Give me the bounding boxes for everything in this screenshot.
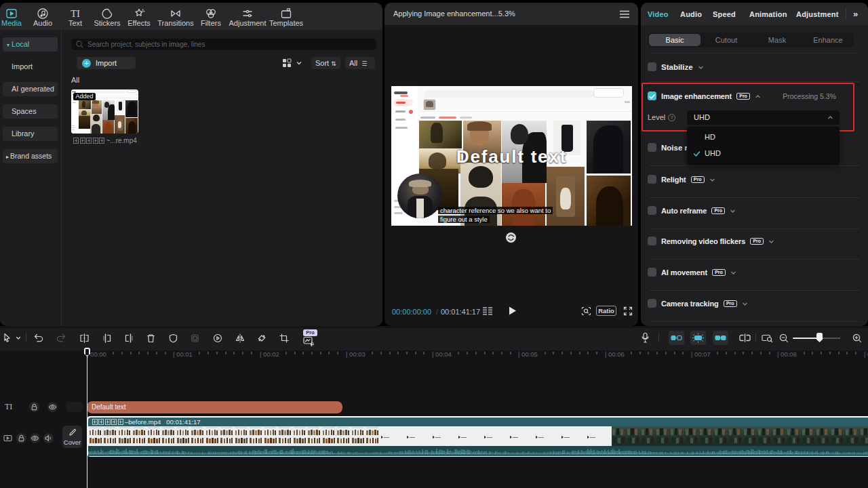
svg-text:TI: TI bbox=[71, 8, 80, 19]
